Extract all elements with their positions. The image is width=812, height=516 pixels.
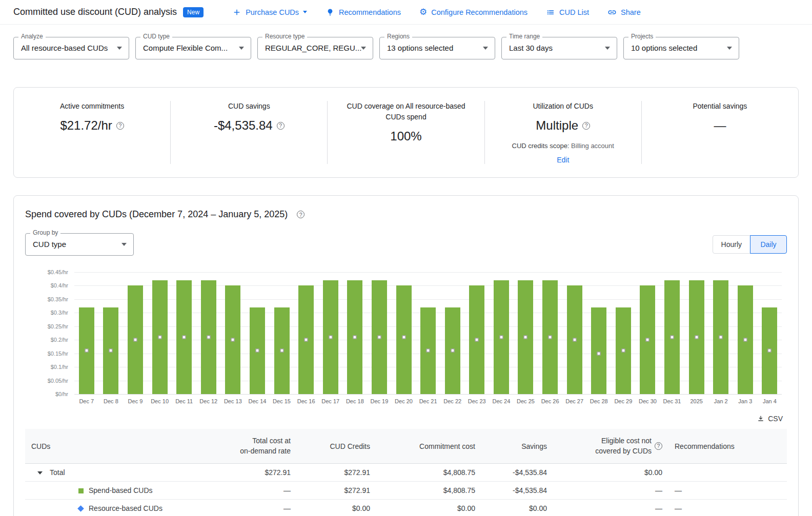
bar-jan-3[interactable] xyxy=(733,272,758,394)
action-cud-list[interactable]: CUD List xyxy=(546,8,589,17)
x-tick-label: Dec 23 xyxy=(465,398,490,404)
bar-dec-21[interactable] xyxy=(416,272,440,394)
cell: -$4,535.84 xyxy=(481,481,553,499)
cell: $272.91 xyxy=(220,463,297,481)
help-icon[interactable] xyxy=(277,122,285,130)
point-marker xyxy=(671,335,674,339)
filter-cud-type[interactable]: CUD typeCompute Flexible Com... xyxy=(135,37,251,59)
help-icon[interactable] xyxy=(297,211,304,218)
bar-dec-20[interactable] xyxy=(392,272,416,394)
help-icon[interactable] xyxy=(582,122,590,130)
bar-dec-31[interactable] xyxy=(660,272,684,394)
edit-link[interactable]: Edit xyxy=(557,156,569,164)
x-tick-label: Dec 15 xyxy=(270,398,294,404)
action-label: Share xyxy=(621,8,641,16)
filter-regions[interactable]: Regions13 options selected xyxy=(379,37,495,59)
chevron-down-icon xyxy=(605,47,610,50)
cell: $0.00 xyxy=(553,463,668,481)
bar-dec-29[interactable] xyxy=(611,272,636,394)
bar-dec-13[interactable] xyxy=(221,272,246,394)
point-marker xyxy=(377,335,381,339)
bar-dec-8[interactable] xyxy=(99,272,124,394)
toggle-daily[interactable]: Daily xyxy=(750,235,787,254)
point-marker xyxy=(743,338,747,342)
csv-label: CSV xyxy=(768,415,783,423)
column-header-cuds: CUDs xyxy=(25,429,220,463)
bar-dec-25[interactable] xyxy=(514,272,538,394)
green-square-swatch xyxy=(78,488,84,493)
filter-time-range[interactable]: Time rangeLast 30 days xyxy=(501,37,617,59)
chart-plot-area: $0.45/hr$0.4/hr$0.35/hr$0.3/hr$0.25/hr$0… xyxy=(74,272,782,394)
summary-cud-coverage-on-all-resource-based-cuds-spend: CUD coverage on All resource-based CUDs … xyxy=(327,101,484,164)
bar-dec-23[interactable] xyxy=(465,272,490,394)
bar-dec-30[interactable] xyxy=(636,272,660,394)
bar-dec-18[interactable] xyxy=(343,272,368,394)
action-purchase-cuds[interactable]: Purchase CUDs xyxy=(232,8,307,17)
toggle-hourly[interactable]: Hourly xyxy=(713,235,750,254)
bar-dec-10[interactable] xyxy=(148,272,172,394)
group-by-select[interactable]: Group by CUD type xyxy=(25,233,134,256)
filter-resource-type[interactable]: Resource typeREGULAR_CORE, REGU... xyxy=(257,37,373,59)
bar-dec-16[interactable] xyxy=(294,272,318,394)
summary-active-commitments: Active commitments$21.72/hr xyxy=(14,101,170,164)
action-recommendations[interactable]: Recommendations xyxy=(326,8,401,17)
new-badge: New xyxy=(183,7,204,17)
bar-dec-12[interactable] xyxy=(196,272,221,394)
filter-bar: AnalyzeAll resource-based CUDsCUD typeCo… xyxy=(0,25,812,66)
filter-value: REGULAR_CORE, REGU... xyxy=(258,37,373,59)
plus-icon xyxy=(232,8,241,17)
column-header-cud-credits: CUD Credits xyxy=(297,429,376,463)
point-marker xyxy=(109,349,113,353)
bar-dec-17[interactable] xyxy=(318,272,343,394)
bar-dec-15[interactable] xyxy=(270,272,294,394)
filter-projects[interactable]: Projects10 options selected xyxy=(623,37,739,59)
x-tick-label: 2025 xyxy=(684,398,709,404)
bar-dec-7[interactable] xyxy=(74,272,99,394)
y-tick-label: $0.2/hr xyxy=(51,337,68,343)
help-icon[interactable] xyxy=(655,442,662,450)
collapse-triangle-icon[interactable] xyxy=(37,471,43,474)
bar-dec-22[interactable] xyxy=(440,272,465,394)
point-marker xyxy=(231,338,235,342)
chevron-down-icon xyxy=(727,47,732,50)
bar-dec-14[interactable] xyxy=(245,272,270,394)
bar-dec-27[interactable] xyxy=(562,272,587,394)
bar-jan-2[interactable] xyxy=(708,272,733,394)
bar-dec-28[interactable] xyxy=(586,272,611,394)
row-label: Total xyxy=(50,468,65,477)
bar-dec-11[interactable] xyxy=(172,272,196,394)
chevron-down-icon xyxy=(239,47,244,50)
summary-value-row: Multiple xyxy=(536,118,590,133)
point-marker xyxy=(524,335,527,339)
bar-jan-4[interactable] xyxy=(758,272,782,394)
table-header-row: CUDsTotal cost at on-demand rateCUD Cred… xyxy=(25,429,787,463)
chevron-down-icon xyxy=(361,47,366,50)
bar-dec-19[interactable] xyxy=(367,272,392,394)
column-header-label: Recommendations xyxy=(675,441,735,451)
x-tick-label: Jan 3 xyxy=(733,398,758,404)
x-tick-label: Dec 14 xyxy=(245,398,270,404)
download-csv-button[interactable]: CSV xyxy=(753,412,787,425)
cell: -$4,535.84 xyxy=(481,463,553,481)
summary-label: Utilization of CUDs xyxy=(533,101,593,112)
bar-dec-26[interactable] xyxy=(538,272,562,394)
bar-dec-24[interactable] xyxy=(489,272,514,394)
y-tick-label: $0.35/hr xyxy=(48,296,68,302)
bar-2025[interactable] xyxy=(684,272,709,394)
lightbulb-icon xyxy=(326,8,335,17)
column-header-label: CUD Credits xyxy=(330,441,370,451)
cell: $272.91 xyxy=(297,463,376,481)
bar-dec-9[interactable] xyxy=(123,272,148,394)
filter-value: 13 options selected xyxy=(380,37,495,59)
group-by-value: CUD type xyxy=(26,234,133,255)
help-icon[interactable] xyxy=(116,122,124,130)
point-marker xyxy=(427,349,430,353)
x-tick-label: Dec 28 xyxy=(586,398,611,404)
bar-chart: $0.45/hr$0.4/hr$0.35/hr$0.3/hr$0.25/hr$0… xyxy=(25,272,787,404)
filter-analyze[interactable]: AnalyzeAll resource-based CUDs xyxy=(13,37,129,59)
point-marker xyxy=(719,335,723,339)
action-configure-recommendations[interactable]: ⚙Configure Recommendations xyxy=(419,8,527,16)
summary-label: CUD savings xyxy=(228,101,270,112)
action-share[interactable]: Share xyxy=(607,8,641,17)
chevron-down-icon xyxy=(117,47,122,50)
